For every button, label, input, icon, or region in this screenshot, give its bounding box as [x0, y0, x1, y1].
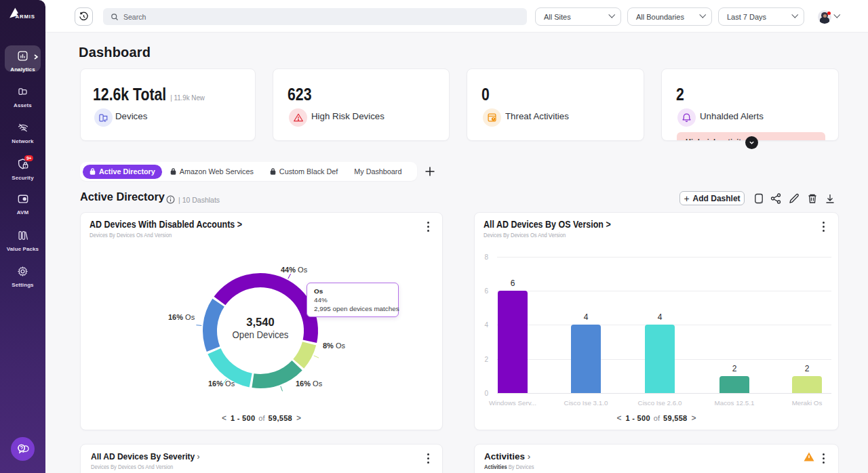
svg-text:ARMIS: ARMIS: [16, 14, 35, 20]
